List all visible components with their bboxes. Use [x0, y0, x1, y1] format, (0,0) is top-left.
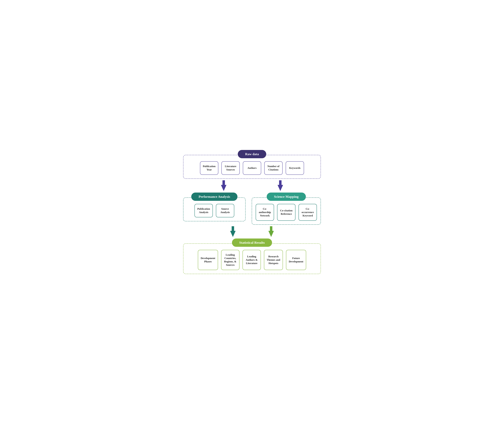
card-leading-authors: LeadingAuthors &Literature — [243, 250, 261, 270]
svg-marker-0 — [221, 180, 226, 191]
arrow-down-teal-left — [230, 226, 236, 237]
card-leading-countries: LeadingCountries,Regions, &Sources — [221, 250, 239, 270]
card-authors: Authors — [243, 161, 261, 175]
arrow-left-2 — [230, 226, 236, 237]
arrow-left-1 — [221, 180, 226, 191]
science-mapping-box: Co-authorshipNetwork Co-citationReferenc… — [252, 197, 321, 225]
arrow-right-2 — [268, 226, 274, 237]
statistical-results-section: Statistical Results DevelopmentPhases Le… — [183, 238, 321, 274]
science-mapping-block: Science Mapping Co-authorshipNetwork Co-… — [252, 193, 321, 225]
card-source-analysis: SourceAnalysis — [216, 204, 234, 217]
card-number-citations: Number ofCitations — [264, 161, 283, 175]
raw-data-cards: PublicationYear LiteratureSources Author… — [187, 161, 317, 175]
science-mapping-cards: Co-authorshipNetwork Co-citationReferenc… — [256, 204, 317, 221]
card-future-development: FutureDevelopment — [286, 250, 306, 270]
card-cooccurrence: Co-occurrenceKeyword — [298, 204, 317, 221]
raw-data-pill: Raw data — [238, 150, 266, 158]
raw-data-box: PublicationYear LiteratureSources Author… — [183, 155, 321, 179]
card-cocitation: Co-citationReference — [277, 204, 295, 221]
statistical-results-pill: Statistical Results — [232, 238, 272, 247]
diagram-container: Raw data PublicationYear LiteratureSourc… — [183, 150, 321, 274]
card-coauthorship: Co-authorshipNetwork — [256, 204, 274, 221]
performance-analysis-cards: PublicationAnalysis SourceAnalysis — [187, 204, 242, 217]
card-research-themes: ResearchThemes andHotspots — [264, 250, 283, 270]
science-mapping-pill: Science Mapping — [267, 193, 306, 201]
arrow-down-purple-right — [278, 180, 283, 191]
analysis-row: Performance Analysis PublicationAnalysis… — [183, 193, 321, 225]
svg-marker-1 — [278, 180, 283, 191]
card-keywords: Keywords — [286, 161, 304, 175]
arrow-down-purple-left — [221, 180, 226, 191]
card-publication-year: PublicationYear — [200, 161, 218, 175]
statistical-results-cards: DevelopmentPhases LeadingCountries,Regio… — [187, 250, 317, 270]
performance-analysis-box: PublicationAnalysis SourceAnalysis — [183, 197, 246, 221]
card-publication-analysis: PublicationAnalysis — [194, 204, 213, 217]
statistical-results-box: DevelopmentPhases LeadingCountries,Regio… — [183, 243, 321, 274]
performance-analysis-pill: Performance Analysis — [191, 193, 237, 201]
card-literature-sources: LiteratureSources — [221, 161, 240, 175]
svg-marker-3 — [268, 226, 274, 237]
arrows-row-2 — [183, 226, 321, 237]
card-development-phases: DevelopmentPhases — [198, 250, 218, 270]
arrow-down-teal-right — [268, 226, 274, 237]
arrow-right-1 — [278, 180, 283, 191]
arrows-row-1 — [183, 180, 321, 191]
svg-marker-2 — [230, 226, 236, 237]
performance-analysis-block: Performance Analysis PublicationAnalysis… — [183, 193, 246, 225]
